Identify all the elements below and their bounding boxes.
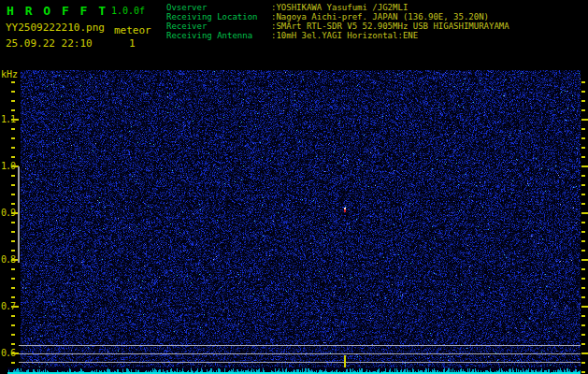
freq-minor-tick-left bbox=[11, 268, 15, 270]
station-info-block: Ovserver:YOSHIKAWA Yasufumi /JG2MLIRecei… bbox=[166, 3, 509, 40]
freq-minor-tick-right bbox=[581, 128, 585, 130]
freq-minor-tick-left bbox=[11, 287, 15, 289]
info-value: :10mH 3el.YAGI Horizontal:ENE bbox=[271, 31, 418, 40]
info-label: Receiving Location bbox=[166, 12, 271, 22]
freq-minor-tick-right bbox=[581, 296, 585, 298]
app-version: 1.0.0f bbox=[111, 6, 145, 16]
freq-minor-tick-left bbox=[11, 222, 15, 223]
freq-minor-tick-right bbox=[581, 147, 585, 149]
freq-minor-tick-right bbox=[581, 184, 585, 186]
freq-minor-tick-left bbox=[11, 100, 15, 102]
freq-major-tick-left bbox=[11, 352, 19, 354]
freq-minor-tick-left bbox=[11, 184, 15, 186]
meteor-echo-ping-tail bbox=[344, 209, 346, 212]
station-info-row: Receiver:SMArt RTL-SDR V5 52.905MHz USB … bbox=[166, 22, 509, 31]
echo-band-line-upper bbox=[19, 345, 581, 346]
freq-minor-tick-right bbox=[581, 287, 585, 289]
info-label: Receiver bbox=[166, 22, 271, 31]
datetime-label: 25.09.22 22:10 bbox=[6, 37, 93, 50]
freq-major-tick-right bbox=[581, 352, 588, 354]
station-info-row: Ovserver:YOSHIKAWA Yasufumi /JG2MLI bbox=[166, 3, 509, 12]
mode-label: meteor bbox=[114, 24, 151, 36]
freq-minor-tick-left bbox=[11, 343, 15, 345]
freq-minor-tick-right bbox=[581, 175, 585, 177]
station-info-row: Receiving Location:Nagoya Aichi-pref. JA… bbox=[166, 12, 509, 22]
signal-level-strip-canvas bbox=[7, 367, 581, 374]
freq-minor-tick-left bbox=[11, 128, 15, 130]
freq-major-tick-right bbox=[581, 119, 588, 121]
freq-minor-tick-right bbox=[581, 371, 585, 373]
freq-major-tick-left bbox=[11, 119, 19, 121]
freq-axis-unit: kHz bbox=[1, 69, 18, 79]
info-label: Ovserver bbox=[166, 3, 271, 12]
freq-minor-tick-right bbox=[581, 324, 585, 326]
freq-minor-tick-right bbox=[581, 109, 585, 111]
freq-major-tick-left bbox=[11, 306, 19, 308]
freq-minor-tick-right bbox=[581, 343, 585, 345]
freq-minor-tick-right bbox=[581, 240, 585, 242]
freq-major-tick-right bbox=[581, 306, 588, 308]
info-value: :SMArt RTL-SDR V5 52.905MHz USB HIGASHIM… bbox=[271, 22, 509, 31]
freq-minor-tick-right bbox=[581, 203, 585, 205]
spectrogram-canvas bbox=[21, 70, 581, 367]
freq-minor-tick-right bbox=[581, 100, 585, 102]
meteor-count: 1 bbox=[129, 37, 136, 50]
info-value: :Nagoya Aichi-pref. JAPAN (136.90E, 35.2… bbox=[271, 12, 489, 22]
output-filename: YY2509222210.png bbox=[6, 22, 105, 34]
freq-minor-tick-left bbox=[11, 231, 15, 233]
freq-minor-tick-right bbox=[581, 91, 585, 93]
freq-minor-tick-right bbox=[581, 194, 585, 195]
freq-minor-tick-right bbox=[581, 156, 585, 158]
freq-minor-tick-left bbox=[11, 334, 15, 336]
freq-minor-tick-right bbox=[581, 137, 585, 139]
freq-minor-tick-right bbox=[581, 222, 585, 223]
freq-minor-tick-left bbox=[11, 296, 15, 298]
freq-minor-tick-right bbox=[581, 334, 585, 336]
freq-minor-tick-right bbox=[581, 268, 585, 270]
echo-band-line-center bbox=[19, 353, 581, 354]
freq-major-tick-right bbox=[581, 165, 588, 167]
freq-minor-tick-left bbox=[11, 156, 15, 158]
freq-minor-tick-left bbox=[11, 324, 15, 326]
freq-minor-tick-right bbox=[581, 231, 585, 233]
freq-minor-tick-left bbox=[11, 81, 15, 83]
station-info-row: Receiving Antenna:10mH 3el.YAGI Horizont… bbox=[166, 31, 509, 40]
freq-minor-tick-left bbox=[11, 194, 15, 195]
freq-minor-tick-right bbox=[581, 278, 585, 280]
freq-major-tick-right bbox=[581, 212, 588, 214]
freq-minor-tick-right bbox=[581, 362, 585, 364]
info-value: :YOSHIKAWA Yasufumi /JG2MLI bbox=[271, 3, 408, 12]
freq-minor-tick-right bbox=[581, 315, 585, 317]
freq-minor-tick-left bbox=[11, 362, 15, 364]
freq-minor-tick-left bbox=[11, 109, 15, 111]
freq-minor-tick-left bbox=[11, 250, 15, 252]
echo-band-line-lower bbox=[19, 362, 581, 363]
freq-minor-tick-left bbox=[11, 147, 15, 149]
freq-minor-tick-left bbox=[11, 278, 15, 280]
app-title: H R O F F T bbox=[7, 4, 108, 18]
calibration-bar bbox=[18, 166, 20, 263]
freq-minor-tick-left bbox=[11, 175, 15, 177]
freq-minor-tick-left bbox=[11, 91, 15, 93]
info-label: Receiving Antenna bbox=[166, 31, 271, 40]
freq-minor-tick-left bbox=[11, 315, 15, 317]
freq-minor-tick-right bbox=[581, 250, 585, 252]
freq-minor-tick-left bbox=[11, 240, 15, 242]
hrofft-spectrogram-screen: H R O F F T 1.0.0f YY2509222210.png mete… bbox=[0, 0, 588, 374]
freq-minor-tick-left bbox=[11, 137, 15, 139]
freq-minor-tick-right bbox=[581, 81, 585, 83]
freq-minor-tick-left bbox=[11, 203, 15, 205]
freq-major-tick-right bbox=[581, 259, 588, 261]
